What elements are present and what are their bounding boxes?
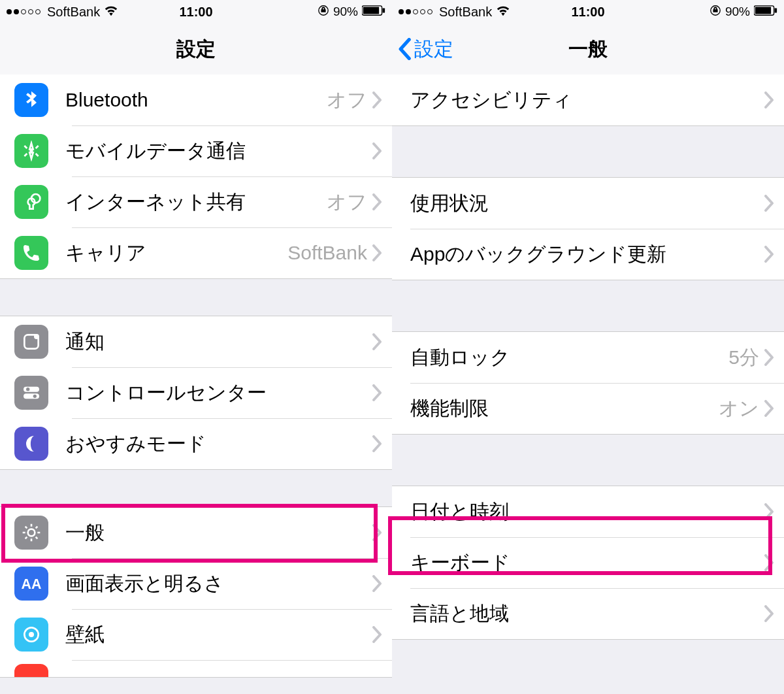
- chevron-right-icon: [764, 195, 775, 212]
- nav-title: 設定: [176, 36, 216, 63]
- notification-icon: [14, 325, 48, 359]
- svg-point-10: [26, 388, 29, 391]
- section-gap: [392, 435, 784, 486]
- battery-percent: 90%: [333, 5, 358, 19]
- row-label: モバイルデータ通信: [65, 138, 372, 165]
- row-restrictions[interactable]: 機能制限 オン: [392, 383, 784, 434]
- chevron-right-icon: [764, 349, 775, 366]
- row-accessibility[interactable]: アクセシビリティ: [392, 74, 784, 125]
- row-bluetooth[interactable]: Bluetooth オフ: [0, 74, 392, 125]
- svg-rect-8: [24, 387, 39, 392]
- status-bar: SoftBank 11:00 90%: [0, 0, 392, 24]
- carrier-label: SoftBank: [47, 5, 100, 20]
- row-hotspot[interactable]: インターネット共有 オフ: [0, 176, 392, 227]
- battery-icon: [754, 5, 777, 19]
- row-display[interactable]: AA 画面表示と明るさ: [0, 558, 392, 609]
- svg-rect-19: [775, 8, 777, 12]
- phone-icon: [14, 236, 48, 270]
- row-sound[interactable]: [0, 660, 392, 677]
- svg-point-12: [28, 529, 35, 537]
- battery-icon: [362, 5, 385, 19]
- chevron-right-icon: [372, 626, 383, 643]
- nav-back-button[interactable]: 設定: [399, 36, 453, 63]
- svg-rect-18: [755, 7, 771, 14]
- signal-dots-icon: [7, 9, 41, 14]
- settings-list: Bluetooth オフ モバイルデータ通信 インターネット共有 オフ: [0, 74, 392, 694]
- section-keyboard-group: 日付と時刻 キーボード 言語と地域: [392, 486, 784, 640]
- row-label: インターネット共有: [65, 189, 327, 216]
- row-label: Appのバックグラウンド更新: [410, 241, 764, 268]
- row-do-not-disturb[interactable]: おやすみモード: [0, 418, 392, 469]
- section-general-group: 一般 AA 画面表示と明るさ 壁紙: [0, 506, 392, 678]
- section-gap: [0, 470, 392, 506]
- chevron-right-icon: [764, 503, 775, 520]
- row-label: 自動ロック: [410, 344, 728, 371]
- row-value: 5分: [728, 344, 759, 371]
- status-left: SoftBank: [7, 5, 118, 20]
- row-general[interactable]: 一般: [0, 507, 392, 558]
- row-notifications[interactable]: 通知: [0, 316, 392, 367]
- row-control-center[interactable]: コントロールセンター: [0, 367, 392, 418]
- row-label: 使用状況: [410, 190, 764, 217]
- section-usage: 使用状況 Appのバックグラウンド更新: [392, 177, 784, 280]
- section-gap: [392, 126, 784, 177]
- chevron-right-icon: [764, 246, 775, 263]
- row-keyboard[interactable]: キーボード: [392, 537, 784, 588]
- section-connectivity: Bluetooth オフ モバイルデータ通信 インターネット共有 オフ: [0, 74, 392, 279]
- nav-bar: 設定 一般: [392, 24, 784, 74]
- chevron-right-icon: [372, 193, 383, 210]
- section-interaction: 通知 コントロールセンター おやすみモード: [0, 316, 392, 470]
- row-label: 言語と地域: [410, 601, 764, 627]
- svg-point-7: [34, 334, 39, 339]
- row-value: オフ: [327, 189, 367, 216]
- row-label: キャリア: [65, 240, 287, 267]
- row-label: キーボード: [410, 550, 764, 576]
- row-label: おやすみモード: [65, 431, 372, 457]
- row-usage[interactable]: 使用状況: [392, 178, 784, 229]
- row-label: 壁紙: [65, 621, 372, 648]
- battery-percent: 90%: [725, 5, 750, 19]
- pane-settings: SoftBank 11:00 90% 設定 Bluetooth: [0, 0, 392, 694]
- row-label: 機能制限: [410, 395, 719, 422]
- row-value: オン: [719, 395, 759, 422]
- section-accessibility: アクセシビリティ: [392, 74, 784, 126]
- display-icon: AA: [14, 567, 48, 601]
- signal-dots-icon: [399, 9, 433, 14]
- row-value: オフ: [327, 87, 367, 114]
- status-right: 90%: [318, 5, 385, 20]
- row-carrier[interactable]: キャリア SoftBank: [0, 227, 392, 278]
- pane-general: SoftBank 11:00 90% 設定 一般 アクセシビリティ: [392, 0, 784, 694]
- row-label: 日付と時刻: [410, 499, 764, 525]
- chevron-right-icon: [372, 142, 383, 159]
- row-language-region[interactable]: 言語と地域: [392, 588, 784, 639]
- svg-point-11: [33, 395, 37, 398]
- row-date-time[interactable]: 日付と時刻: [392, 486, 784, 537]
- wifi-icon: [104, 5, 118, 20]
- row-background-refresh[interactable]: Appのバックグラウンド更新: [392, 229, 784, 280]
- row-label: Bluetooth: [65, 89, 327, 111]
- wallpaper-icon: [14, 618, 48, 652]
- row-cellular[interactable]: モバイルデータ通信: [0, 125, 392, 176]
- chevron-right-icon: [372, 384, 383, 401]
- chevron-right-icon: [764, 400, 775, 417]
- orientation-lock-icon: [710, 5, 721, 20]
- row-auto-lock[interactable]: 自動ロック 5分: [392, 332, 784, 383]
- chevron-right-icon: [764, 605, 775, 622]
- row-label: 画面表示と明るさ: [65, 570, 372, 597]
- chevron-right-icon: [764, 91, 775, 108]
- chevron-right-icon: [372, 575, 383, 592]
- svg-rect-3: [383, 8, 385, 12]
- chevron-right-icon: [372, 333, 383, 350]
- nav-title: 一般: [568, 36, 608, 63]
- chevron-right-icon: [372, 524, 383, 541]
- status-bar: SoftBank 11:00 90%: [392, 0, 784, 24]
- hotspot-icon: [14, 185, 48, 219]
- section-lock: 自動ロック 5分 機能制限 オン: [392, 331, 784, 435]
- chevron-right-icon: [372, 435, 383, 452]
- chevron-right-icon: [764, 554, 775, 571]
- row-wallpaper[interactable]: 壁紙: [0, 609, 392, 660]
- sound-icon: [14, 664, 48, 677]
- chevron-right-icon: [372, 244, 383, 261]
- svg-rect-2: [363, 7, 379, 14]
- orientation-lock-icon: [318, 5, 329, 20]
